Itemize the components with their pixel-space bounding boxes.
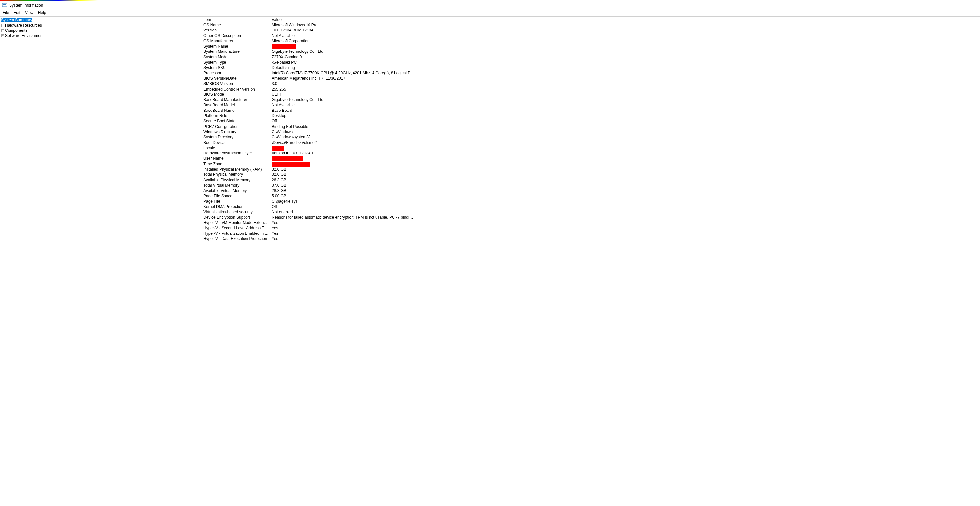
item-cell: Installed Physical Memory (RAM) xyxy=(202,167,270,172)
details-row[interactable]: Device Encryption SupportReasons for fai… xyxy=(202,215,980,220)
details-row[interactable]: OS ManufacturerMicrosoft Corporation xyxy=(202,38,980,44)
item-cell: Other OS Description xyxy=(202,33,270,38)
item-cell: OS Manufacturer xyxy=(202,38,270,44)
item-cell: Boot Device xyxy=(202,140,270,145)
item-cell: BIOS Version/Date xyxy=(202,76,270,81)
item-cell: Kernel DMA Protection xyxy=(202,204,270,209)
value-cell: C:\Windows\system32 xyxy=(270,135,416,140)
details-row[interactable]: Platform RoleDesktop xyxy=(202,113,980,118)
item-cell: System SKU xyxy=(202,65,270,70)
details-row[interactable]: Installed Physical Memory (RAM)32.0 GB xyxy=(202,167,980,172)
details-row[interactable]: Total Physical Memory32.0 GB xyxy=(202,172,980,177)
redacted-block xyxy=(272,44,296,49)
details-row[interactable]: System Typex64-based PC xyxy=(202,60,980,65)
value-cell: 255.255 xyxy=(270,87,416,92)
tree-expander-icon[interactable]: + xyxy=(1,24,4,27)
value-cell: Microsoft Windows 10 Pro xyxy=(270,22,416,27)
item-cell: User Name xyxy=(202,156,270,161)
details-row[interactable]: User Name xyxy=(202,156,980,161)
details-row[interactable]: Hyper-V - Second Level Address Translati… xyxy=(202,225,980,230)
details-row[interactable]: PCR7 ConfigurationBinding Not Possible xyxy=(202,124,980,129)
item-cell: Windows Directory xyxy=(202,129,270,135)
details-row[interactable]: OS NameMicrosoft Windows 10 Pro xyxy=(202,22,980,27)
item-cell: Page File Space xyxy=(202,194,270,199)
content-area: System Summary + Hardware Resources + Co… xyxy=(0,17,980,506)
details-row[interactable]: System SKUDefault string xyxy=(202,65,980,70)
value-cell: Off xyxy=(270,204,416,209)
details-row[interactable]: System Name xyxy=(202,44,980,49)
value-cell: \Device\HarddiskVolume2 xyxy=(270,140,416,145)
tree-expander-icon[interactable]: + xyxy=(1,29,4,32)
details-row[interactable]: Kernel DMA ProtectionOff xyxy=(202,204,980,209)
details-row[interactable]: BaseBoard ManufacturerGigabyte Technolog… xyxy=(202,97,980,102)
tree-node-components[interactable]: + Components xyxy=(0,28,202,33)
details-row[interactable]: Hyper-V - Data Execution ProtectionYes xyxy=(202,236,980,241)
details-row[interactable]: Locale xyxy=(202,145,980,151)
item-cell: System Directory xyxy=(202,135,270,140)
details-row[interactable]: Available Virtual Memory28.8 GB xyxy=(202,188,980,193)
value-cell: 10.0.17134 Build 17134 xyxy=(270,27,416,33)
details-row[interactable]: Hardware Abstraction LayerVersion = "10.… xyxy=(202,151,980,156)
item-cell: Page File xyxy=(202,199,270,204)
details-row[interactable]: SMBIOS Version3.0 xyxy=(202,81,980,86)
details-panel[interactable]: Item Value OS NameMicrosoft Windows 10 P… xyxy=(202,17,980,506)
tree-label: Hardware Resources xyxy=(5,23,42,27)
menu-help[interactable]: Help xyxy=(36,10,48,16)
item-cell: Locale xyxy=(202,145,270,151)
details-row[interactable]: ProcessorIntel(R) Core(TM) i7-7700K CPU … xyxy=(202,70,980,76)
tree-node-hardware-resources[interactable]: + Hardware Resources xyxy=(0,23,202,28)
details-row[interactable]: Boot Device\Device\HarddiskVolume2 xyxy=(202,140,980,145)
details-row[interactable]: Version10.0.17134 Build 17134 xyxy=(202,27,980,33)
menu-file[interactable]: File xyxy=(1,10,11,16)
item-cell: BaseBoard Model xyxy=(202,102,270,108)
column-header-value[interactable]: Value xyxy=(270,17,416,22)
details-row[interactable]: System ModelZ270X-Gaming 9 xyxy=(202,54,980,60)
item-cell: Virtualization-based security xyxy=(202,209,270,214)
item-cell: Hyper-V - Second Level Address Translati… xyxy=(202,225,270,230)
details-row[interactable]: BIOS Version/DateAmerican Megatrends Inc… xyxy=(202,76,980,81)
value-cell: Not Available xyxy=(270,33,416,38)
details-row[interactable]: Hyper-V - VM Monitor Mode ExtensionsYes xyxy=(202,220,980,225)
navigation-tree[interactable]: System Summary + Hardware Resources + Co… xyxy=(0,17,202,506)
column-header-item[interactable]: Item xyxy=(202,17,270,22)
value-cell xyxy=(270,44,416,49)
details-row[interactable]: Page File Space5.00 GB xyxy=(202,194,980,199)
tree-node-software-environment[interactable]: + Software Environment xyxy=(0,33,202,38)
menu-edit[interactable]: Edit xyxy=(11,10,22,16)
svg-rect-3 xyxy=(3,6,6,6)
value-cell: Off xyxy=(270,118,416,124)
item-cell: Hyper-V - Virtualization Enabled in Firm… xyxy=(202,231,270,236)
item-cell: Version xyxy=(202,27,270,33)
item-cell: Hardware Abstraction Layer xyxy=(202,151,270,156)
tree-node-system-summary[interactable]: System Summary xyxy=(0,17,202,23)
value-cell: 32.0 GB xyxy=(270,172,416,177)
value-cell: 37.0 GB xyxy=(270,182,416,188)
item-cell: Processor xyxy=(202,70,270,76)
details-row[interactable]: BaseBoard ModelNot Available xyxy=(202,102,980,108)
details-row[interactable]: Available Physical Memory26.3 GB xyxy=(202,178,980,182)
details-row[interactable]: Total Virtual Memory37.0 GB xyxy=(202,182,980,188)
details-row[interactable]: System ManufacturerGigabyte Technology C… xyxy=(202,49,980,54)
item-cell: SMBIOS Version xyxy=(202,81,270,86)
details-row[interactable]: Other OS DescriptionNot Available xyxy=(202,33,980,38)
details-row[interactable]: Windows DirectoryC:\Windows xyxy=(202,129,980,135)
item-cell: BaseBoard Name xyxy=(202,108,270,113)
details-row[interactable]: Time Zone xyxy=(202,161,980,167)
details-row[interactable]: Embedded Controller Version255.255 xyxy=(202,87,980,92)
tree-expander-icon[interactable]: + xyxy=(1,35,4,37)
menu-view[interactable]: View xyxy=(23,10,35,16)
details-row[interactable]: BIOS ModeUEFI xyxy=(202,92,980,97)
details-row[interactable]: BaseBoard NameBase Board xyxy=(202,108,980,113)
details-row[interactable]: Secure Boot StateOff xyxy=(202,118,980,124)
details-row[interactable]: Hyper-V - Virtualization Enabled in Firm… xyxy=(202,231,980,236)
value-cell: Yes xyxy=(270,220,416,225)
value-cell: Base Board xyxy=(270,108,416,113)
details-row[interactable]: Page FileC:\pagefile.sys xyxy=(202,199,980,204)
details-row[interactable]: System DirectoryC:\Windows\system32 xyxy=(202,135,980,140)
details-row[interactable]: Virtualization-based securityNot enabled xyxy=(202,209,980,214)
value-cell: 32.0 GB xyxy=(270,167,416,172)
value-cell: Desktop xyxy=(270,113,416,118)
item-cell: BaseBoard Manufacturer xyxy=(202,97,270,102)
value-cell: Yes xyxy=(270,231,416,236)
svg-rect-1 xyxy=(3,4,6,5)
